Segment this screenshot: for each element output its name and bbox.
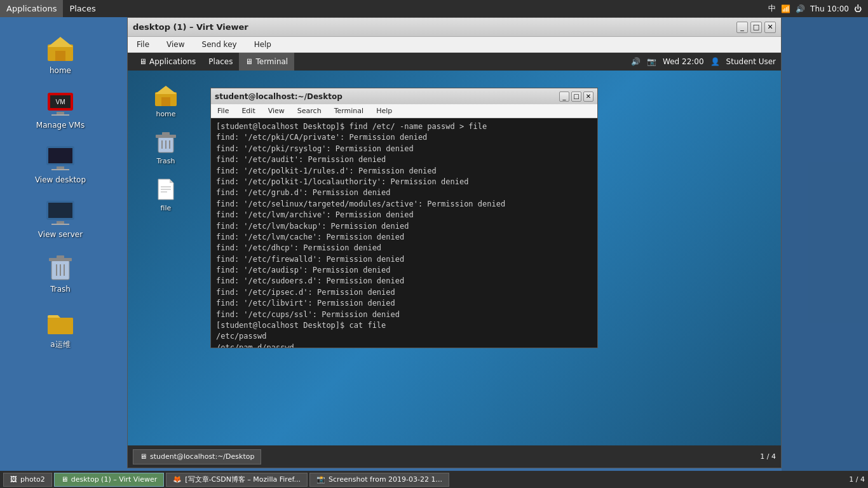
svg-text:VM: VM xyxy=(56,98,65,105)
host-taskbar: 🖼 photo2 🖥 desktop (1) – Virt Viewer 🦊 [… xyxy=(0,471,868,488)
terminal-window: student@localhost:~/Desktop _ □ ✕ File E… xyxy=(210,88,598,348)
svg-rect-9 xyxy=(57,166,64,169)
term-line-10: find: '/etc/lvm/cache': Permission denie… xyxy=(216,232,592,243)
virt-file-menu[interactable]: File xyxy=(133,39,153,50)
gnome-icon: 🖥 xyxy=(139,57,147,66)
terminal-tab-icon: 🖥 xyxy=(245,57,253,66)
virt-viewer-titlebar[interactable]: desktop (1) – Virt Viewer _ □ ✕ xyxy=(128,18,781,37)
guest-applications-menu[interactable]: 🖥 Applications xyxy=(133,53,202,71)
term-edit-menu[interactable]: Edit xyxy=(239,106,257,116)
places-menu[interactable]: Places xyxy=(63,0,102,17)
desktop-icon-view-server[interactable]: View server xyxy=(25,194,95,242)
host-task-screenshot[interactable]: 📸 Screenshot from 2019-03-22 1... xyxy=(309,473,449,487)
system-bar-right: 中 📶 🔊 Thu 10:00 ⏻ xyxy=(768,3,868,14)
view-desktop-label: View desktop xyxy=(35,175,86,184)
virt-help-menu[interactable]: Help xyxy=(250,39,275,50)
virt-viewer-window: desktop (1) – Virt Viewer _ □ ✕ File Vie… xyxy=(127,17,782,468)
term-search-menu[interactable]: Search xyxy=(295,106,324,116)
virt-viewer-controls: _ □ ✕ xyxy=(736,22,776,33)
input-method[interactable]: 中 xyxy=(768,3,776,14)
svg-rect-17 xyxy=(57,255,64,259)
guest-home-folder-icon xyxy=(153,83,179,108)
term-line-14: find: '/etc/sudoers.d': Permission denie… xyxy=(216,276,592,287)
guest-taskbar-right: 1 / 4 xyxy=(760,452,776,461)
desktop-icon-view-desktop[interactable]: View desktop xyxy=(25,139,95,187)
network-icon: 📶 xyxy=(781,4,790,13)
photo2-icon: 🖼 xyxy=(10,475,17,484)
screenshot-taskbar-icon: 📸 xyxy=(316,475,325,484)
virt-viewer-title-text: desktop (1) – Virt Viewer xyxy=(133,22,248,32)
host-page-indicator: 1 / 4 xyxy=(849,475,865,484)
guest-trash-label: Trash xyxy=(156,157,175,165)
guest-user: Student User xyxy=(726,57,776,66)
right-panel xyxy=(782,17,868,488)
clock: Thu 10:00 xyxy=(810,4,849,13)
term-line-17: find: '/etc/cups/ssl': Permission denied xyxy=(216,309,592,320)
term-line-0: [student@localhost Desktop]$ find /etc/ … xyxy=(216,121,592,132)
term-line-1: find: '/etc/pki/CA/private': Permission … xyxy=(216,132,592,143)
term-line-8: find: '/etc/lvm/archive': Permission den… xyxy=(216,210,592,220)
svg-rect-24 xyxy=(161,97,170,106)
term-file-menu[interactable]: File xyxy=(215,106,231,116)
host-task-virt-viewer[interactable]: 🖥 desktop (1) – Virt Viewer xyxy=(54,473,165,487)
virt-view-menu[interactable]: View xyxy=(163,39,188,50)
guest-taskbar-terminal[interactable]: 🖥 student@localhost:~/Desktop xyxy=(133,449,261,464)
term-line-16: find: '/etc/libvirt': Permission denied xyxy=(216,298,592,309)
term-line-3: find: '/etc/audit': Permission denied xyxy=(216,154,592,165)
guest-desktop: 🖥 Applications Places 🖥 Terminal 🔊 📷 Wed… xyxy=(128,53,781,468)
desktop-icon-a-ops[interactable]: a运维 xyxy=(25,303,95,353)
term-line-5: find: '/etc/polkit-1/localauthority': Pe… xyxy=(216,177,592,187)
term-help-menu[interactable]: Help xyxy=(374,106,395,116)
guest-trash-icon xyxy=(153,130,179,155)
guest-icon-file[interactable]: file xyxy=(137,174,194,215)
trash-icon-label: Trash xyxy=(50,285,71,294)
desktop-icon-trash[interactable]: Trash xyxy=(25,248,95,297)
guest-places-menu[interactable]: Places xyxy=(202,53,239,71)
a-ops-label: a运维 xyxy=(50,339,70,350)
virt-sendkey-menu[interactable]: Send key xyxy=(198,39,241,50)
guest-clock: Wed 22:00 xyxy=(663,57,704,66)
minimize-button[interactable]: _ xyxy=(736,22,748,33)
guest-topbar: 🖥 Applications Places 🖥 Terminal 🔊 📷 Wed… xyxy=(128,53,781,71)
terminal-body[interactable]: [student@localhost Desktop]$ find /etc/ … xyxy=(211,118,597,348)
view-server-icon xyxy=(45,197,76,227)
manage-vms-label: Manage VMs xyxy=(36,121,85,130)
power-icon[interactable]: ⏻ xyxy=(854,4,862,13)
terminal-titlebar[interactable]: student@localhost:~/Desktop _ □ ✕ xyxy=(211,88,597,104)
term-terminal-menu[interactable]: Terminal xyxy=(332,106,367,116)
guest-file-icon xyxy=(153,177,179,202)
host-desktop: home VM Manage VMs View desktop xyxy=(0,17,121,488)
svg-rect-12 xyxy=(48,203,72,218)
applications-menu[interactable]: Applications xyxy=(0,0,63,17)
svg-rect-27 xyxy=(162,132,170,135)
host-task-photo2[interactable]: 🖼 photo2 xyxy=(3,473,52,487)
guest-volume-icon: 🔊 xyxy=(631,57,641,66)
term-line-7: find: '/etc/selinux/targeted/modules/act… xyxy=(216,199,592,210)
home-icon-label: home xyxy=(50,66,71,75)
term-minimize-btn[interactable]: _ xyxy=(559,92,569,102)
maximize-button[interactable]: □ xyxy=(750,22,762,33)
guest-icon-home[interactable]: home xyxy=(137,80,194,121)
guest-term-taskbar-icon: 🖥 xyxy=(140,452,147,461)
host-system-bar: Applications Places 中 📶 🔊 Thu 10:00 ⏻ xyxy=(0,0,868,17)
svg-rect-10 xyxy=(51,169,69,170)
guest-home-label: home xyxy=(156,110,175,118)
guest-desktop-area: home Trash xyxy=(128,71,204,445)
vm-icon: VM xyxy=(45,88,76,118)
guest-topbar-right: 🔊 📷 Wed 22:00 👤 Student User xyxy=(631,57,776,66)
close-button[interactable]: ✕ xyxy=(764,22,776,33)
host-task-firefox[interactable]: 🦊 [写文章-CSDN博客 – Mozilla Firef... xyxy=(166,473,308,487)
term-close-btn[interactable]: ✕ xyxy=(583,92,593,102)
desktop-icon-home[interactable]: home xyxy=(25,30,95,78)
desktop-icon-manage-vms[interactable]: VM Manage VMs xyxy=(25,85,95,133)
term-maximize-btn[interactable]: □ xyxy=(571,92,581,102)
guest-icon-trash[interactable]: Trash xyxy=(137,127,194,168)
guest-taskbar-left: 🖥 student@localhost:~/Desktop xyxy=(133,449,261,464)
term-view-menu[interactable]: View xyxy=(266,106,287,116)
view-server-label: View server xyxy=(38,230,83,239)
term-line-2: find: '/etc/pki/rsyslog': Permission den… xyxy=(216,144,592,154)
guest-terminal-tab[interactable]: 🖥 Terminal xyxy=(239,53,294,71)
virt-viewer-menubar: File View Send key Help xyxy=(128,37,781,53)
svg-rect-1 xyxy=(55,51,65,61)
svg-rect-13 xyxy=(57,221,64,224)
